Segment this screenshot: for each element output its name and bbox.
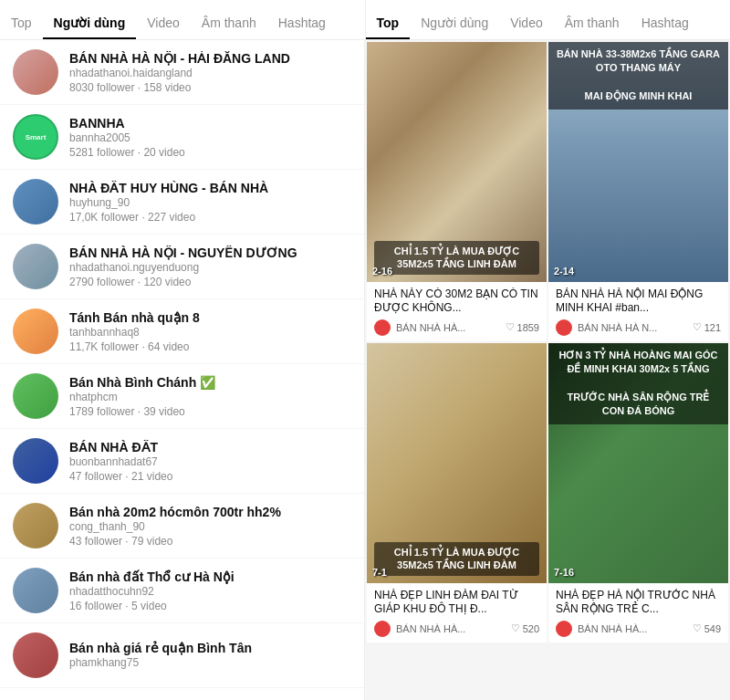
avatar — [13, 568, 58, 613]
user-item[interactable]: SmartBANNHAbannha20055281 follower · 20 … — [0, 105, 364, 170]
user-handle: buonbannhadat67 — [69, 455, 351, 468]
user-info: Bán nhà 20m2 hócmôn 700tr hh2%cong_thanh… — [69, 505, 351, 548]
avatar: Smart — [13, 114, 58, 160]
right-tab-âm-thanh[interactable]: Âm thanh — [554, 6, 631, 39]
user-name: BÁN NHÀ HÀ NỘI - NGUYỄN DƯƠNG — [69, 246, 351, 260]
user-info: BÁN NHÀ ĐẤTbuonbannhadat6747 follower · … — [69, 440, 351, 483]
user-item[interactable]: Bán nhà giá rẻ quận Bình Tânphamkhang75 — [0, 623, 364, 688]
user-item[interactable]: Bán Nhà Bình Chánh ✅nhatphcm1789 followe… — [0, 364, 364, 429]
user-item[interactable]: NHÀ ĐẤT HUY HÙNG - BÁN NHÀhuyhung_9017,0… — [0, 170, 364, 235]
user-stats: 43 follower · 79 video — [69, 535, 351, 548]
user-handle: huyhung_90 — [69, 196, 351, 209]
avatar — [13, 503, 58, 549]
video-title: NHÀ ĐẸP LINH ĐÀM ĐAI TỪ GIÁP KHU ĐÔ THỊ … — [374, 589, 539, 617]
avatar — [13, 438, 58, 484]
user-info: Bán nhà giá rẻ quận Bình Tânphamkhang75 — [69, 641, 351, 671]
video-card[interactable]: HƠN 3 TỶ NHÀ HOÀNG MAI GÓC ĐỀ MINH KHAI … — [548, 343, 728, 643]
video-author-avatar — [556, 319, 572, 336]
heart-icon: ♡ — [506, 321, 515, 333]
user-info: BANNHAbannha20055281 follower · 20 video — [69, 116, 351, 159]
user-stats: 8030 follower · 158 video — [69, 81, 351, 94]
video-author-name: BÁN NHÀ HÀ N... — [578, 322, 687, 333]
right-tab-video[interactable]: Video — [499, 6, 554, 39]
user-name: Tánh Bán nhà quận 8 — [69, 310, 351, 325]
right-tab-hashtag[interactable]: Hashtag — [631, 6, 700, 39]
right-tab-người-dùng[interactable]: Người dùng — [410, 6, 499, 39]
videos-grid: CHỈ 1.5 TỶ LÀ MUA ĐƯỢC 35M2x5 TẦNG LINH … — [365, 40, 730, 644]
user-stats: 2790 follower · 120 video — [69, 276, 351, 288]
user-handle: cong_thanh_90 — [69, 520, 351, 533]
video-duration: 7-16 — [554, 567, 574, 578]
avatar — [13, 632, 58, 678]
videos-panel: CHỈ 1.5 TỶ LÀ MUA ĐƯỢC 35M2x5 TẦNG LINH … — [365, 40, 730, 700]
avatar — [13, 49, 58, 95]
video-thumbnail: BÁN NHÀ 33-38M2x6 TẦNG GARA OTO THANG MÁ… — [548, 42, 728, 282]
video-card[interactable]: CHỈ 1.5 TỶ LÀ MUA ĐƯỢC 35M2x5 TẦNG LINH … — [367, 42, 547, 341]
video-info: BÁN NHÀ HÀ NỘI MAI ĐỘNG MINH KHAI #ban..… — [548, 282, 728, 341]
avatar — [13, 373, 58, 419]
video-top-overlay: BÁN NHÀ 33-38M2x6 TẦNG GARA OTO THANG MÁ… — [548, 42, 728, 110]
video-info: NHÀ ĐẸP LINH ĐÀM ĐAI TỪ GIÁP KHU ĐÔ THỊ … — [367, 583, 547, 643]
video-bottom-overlay: CHỈ 1.5 TỶ LÀ MUA ĐƯỢC 35M2x5 TẦNG LINH … — [367, 42, 547, 282]
video-bottom-overlay: CHỈ 1.5 TỶ LÀ MUA ĐƯỢC 35M2x5 TẦNG LINH … — [367, 343, 547, 583]
nav-bar: TopNgười dùngVideoÂm thanhHashtag TopNgư… — [0, 0, 730, 40]
video-likes: ♡ 520 — [511, 622, 539, 634]
user-info: Tánh Bán nhà quận 8tanhbannhaq811,7K fol… — [69, 310, 351, 353]
video-title: NHÀ ĐẸP HÀ NỘI TRƯỚC NHÀ SÂN RỘNG TRẺ C.… — [556, 589, 721, 617]
video-meta: BÁN NHÀ HÀ N...♡ 121 — [556, 319, 721, 336]
heart-icon: ♡ — [693, 321, 702, 333]
video-duration: 7-1 — [372, 567, 387, 578]
user-info: Bán Nhà Bình Chánh ✅nhatphcm1789 followe… — [69, 375, 351, 418]
video-author-avatar — [374, 319, 391, 336]
user-name: BÁN NHÀ HÀ NỘI - HẢI ĐĂNG LAND — [69, 51, 351, 66]
video-duration: 2-14 — [554, 266, 574, 277]
left-tab-người-dùng[interactable]: Người dùng — [43, 6, 137, 39]
left-tab-hashtag[interactable]: Hashtag — [267, 6, 337, 39]
user-stats: 17,0K follower · 227 video — [69, 211, 351, 224]
user-info: Bán nhà đất Thổ cư Hà Nộinhadatthocuhn92… — [69, 569, 351, 612]
user-item[interactable]: Bán nhà đất Thổ cư Hà Nộinhadatthocuhn92… — [0, 559, 364, 623]
right-tab-top[interactable]: Top — [366, 6, 411, 39]
user-name: BÁN NHÀ ĐẤT — [69, 440, 351, 454]
video-meta: BÁN NHÀ HÀ...♡ 1859 — [374, 319, 539, 336]
left-tab-top[interactable]: Top — [0, 6, 43, 39]
user-name: BANNHA — [69, 116, 351, 131]
video-overlay-text: CHỈ 1.5 TỶ LÀ MUA ĐƯỢC 35M2x5 TẦNG LINH … — [374, 241, 539, 275]
video-author-name: BÁN NHÀ HÀ... — [396, 322, 500, 333]
video-thumbnail: HƠN 3 TỶ NHÀ HOÀNG MAI GÓC ĐỀ MINH KHAI … — [548, 343, 728, 583]
video-card[interactable]: CHỈ 1.5 TỶ LÀ MUA ĐƯỢC 35M2x5 TẦNG LINH … — [367, 343, 547, 643]
user-item[interactable]: BÁN NHÀ ĐẤTbuonbannhadat6747 follower · … — [0, 429, 364, 494]
video-info: NHÀ ĐẸP HÀ NỘI TRƯỚC NHÀ SÂN RỘNG TRẺ C.… — [548, 583, 728, 643]
heart-icon: ♡ — [511, 622, 520, 634]
user-item[interactable]: BÁN NHÀ HÀ NỘI - NGUYỄN DƯƠNGnhadathanoi… — [0, 235, 364, 299]
video-thumbnail: CHỈ 1.5 TỶ LÀ MUA ĐƯỢC 35M2x5 TẦNG LINH … — [367, 42, 547, 282]
user-handle: nhadathanoi.nguyenduong — [69, 261, 351, 274]
video-info: NHÀ NÀY CÓ 30M2 BẠN CÓ TIN ĐƯỢC KHÔNG...… — [367, 282, 547, 341]
left-tab-video[interactable]: Video — [136, 6, 191, 39]
video-meta: BÁN NHÀ HÀ...♡ 520 — [374, 621, 539, 637]
user-item[interactable]: BÁN NHÀ HÀ NỘI - HẢI ĐĂNG LANDnhadathano… — [0, 40, 364, 105]
video-card[interactable]: BÁN NHÀ 33-38M2x6 TẦNG GARA OTO THANG MÁ… — [548, 42, 728, 341]
user-info: NHÀ ĐẤT HUY HÙNG - BÁN NHÀhuyhung_9017,0… — [69, 181, 351, 224]
left-nav-section: TopNgười dùngVideoÂm thanhHashtag — [0, 0, 366, 39]
avatar — [13, 308, 58, 354]
user-name: Bán nhà giá rẻ quận Bình Tân — [69, 641, 351, 655]
user-stats: 5281 follower · 20 video — [69, 146, 351, 159]
user-name: NHÀ ĐẤT HUY HÙNG - BÁN NHÀ — [69, 181, 351, 195]
video-title: NHÀ NÀY CÓ 30M2 BẠN CÓ TIN ĐƯỢC KHÔNG... — [374, 287, 539, 316]
user-handle: nhadatthocuhn92 — [69, 585, 351, 598]
user-name: Bán nhà đất Thổ cư Hà Nội — [69, 569, 351, 584]
user-info: BÁN NHÀ HÀ NỘI - NGUYỄN DƯƠNGnhadathanoi… — [69, 246, 351, 288]
video-author-avatar — [374, 621, 391, 637]
user-stats: 11,7K follower · 64 video — [69, 340, 351, 353]
video-likes: ♡ 549 — [693, 622, 721, 634]
avatar — [13, 179, 58, 225]
left-tab-âm-thanh[interactable]: Âm thanh — [191, 6, 267, 39]
user-info: BÁN NHÀ HÀ NỘI - HẢI ĐĂNG LANDnhadathano… — [69, 51, 351, 94]
users-panel: BÁN NHÀ HÀ NỘI - HẢI ĐĂNG LANDnhadathano… — [0, 40, 365, 700]
user-handle: tanhbannhaq8 — [69, 326, 351, 339]
video-top-overlay: HƠN 3 TỶ NHÀ HOÀNG MAI GÓC ĐỀ MINH KHAI … — [548, 343, 728, 424]
user-item[interactable]: Bán nhà 20m2 hócmôn 700tr hh2%cong_thanh… — [0, 494, 364, 559]
video-likes: ♡ 1859 — [506, 321, 539, 333]
user-item[interactable]: Tánh Bán nhà quận 8tanhbannhaq811,7K fol… — [0, 299, 364, 364]
